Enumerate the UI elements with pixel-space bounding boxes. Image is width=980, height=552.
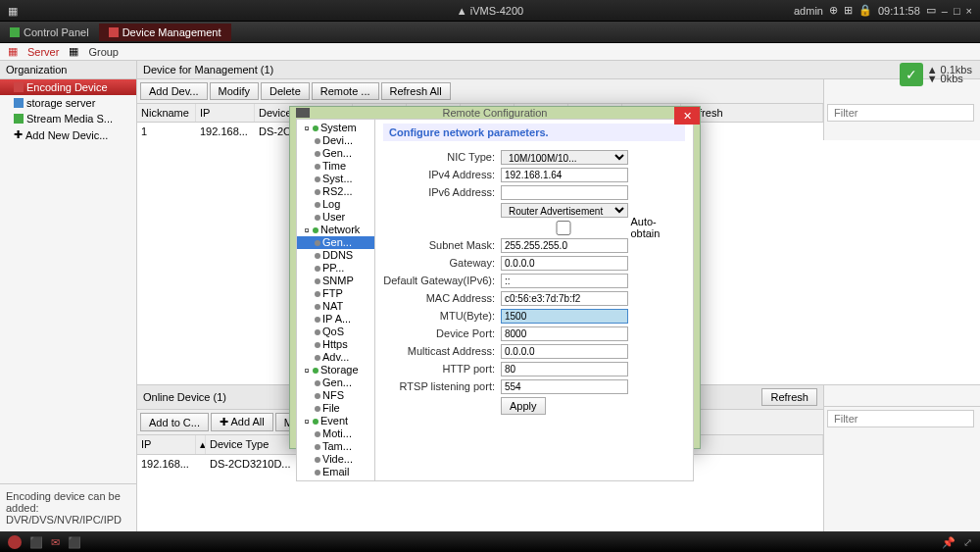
tree-sto-nfs[interactable]: NFS bbox=[297, 389, 374, 402]
add-all-button[interactable]: ✚ Add All bbox=[211, 413, 273, 431]
server-link[interactable]: Server bbox=[27, 46, 59, 58]
check-icon: ✓ bbox=[900, 63, 923, 86]
app-logo-icon: ▦ bbox=[8, 5, 20, 17]
tree-sys-rs232[interactable]: RS2... bbox=[297, 185, 374, 198]
modify-button[interactable]: Modify bbox=[210, 82, 259, 100]
tree-sys-log[interactable]: Log bbox=[297, 198, 374, 211]
tree-evt-motion[interactable]: Moti... bbox=[297, 427, 374, 440]
tree-evt-video[interactable]: Vide... bbox=[297, 453, 374, 466]
mtu-input[interactable] bbox=[501, 309, 628, 324]
bottom-bar: ⬛ ✉ ⬛ 📌 ⤢ bbox=[0, 531, 980, 552]
tree-net-ftp[interactable]: FTP bbox=[297, 287, 374, 300]
mgmt-filter-input[interactable] bbox=[827, 104, 974, 122]
online-refresh-button[interactable]: Refresh bbox=[761, 388, 817, 406]
tree-sys-general[interactable]: Gen... bbox=[297, 147, 374, 160]
mgmt-header: Device for Management (1) ✓ ▲ 0.1kbs▼ 0k… bbox=[137, 61, 980, 79]
remote-config-dialog: Remote Configuration ✕ -System Devi... G… bbox=[289, 106, 701, 449]
add-to-client-button[interactable]: Add to C... bbox=[140, 413, 209, 431]
online-filter-input[interactable] bbox=[827, 410, 974, 427]
ipv4-input[interactable] bbox=[501, 168, 628, 182]
camera-icon bbox=[296, 108, 310, 118]
plus-icon: ✚ bbox=[14, 128, 23, 141]
tree-network[interactable]: -Network bbox=[297, 224, 374, 236]
tree-net-ddns[interactable]: DDNS bbox=[297, 249, 374, 262]
tree-sys-time[interactable]: Time bbox=[297, 160, 374, 173]
tree-net-pppoe[interactable]: PP... bbox=[297, 262, 374, 275]
tree-sys-user[interactable]: User bbox=[297, 211, 374, 224]
refresh-all-button[interactable]: Refresh All bbox=[381, 82, 451, 100]
status-indicator: ✓ ▲ 0.1kbs▼ 0kbs bbox=[900, 63, 972, 86]
titlebar: ▦ ▲ iVMS-4200 admin ⊕ ⊞ 🔒 09:11:58 ▭ – □… bbox=[0, 0, 980, 22]
group-icon: ▦ bbox=[69, 45, 78, 58]
pin-icon[interactable]: 📌 bbox=[942, 536, 956, 549]
lock-icon[interactable]: 🔒 bbox=[858, 4, 872, 17]
config-tree: -System Devi... Gen... Time Syst... RS2.… bbox=[297, 120, 375, 480]
tab-bar: Control Panel Device Management bbox=[0, 22, 980, 43]
sidebar-item-stream[interactable]: Stream Media S... bbox=[0, 111, 136, 126]
status-icon-3[interactable]: ⬛ bbox=[68, 536, 81, 549]
ipv6-input[interactable] bbox=[501, 185, 628, 200]
gateway-input[interactable] bbox=[501, 256, 628, 271]
tree-evt-email[interactable]: Email bbox=[297, 466, 374, 478]
expand-icon[interactable]: ⤢ bbox=[963, 536, 972, 549]
mac-input[interactable] bbox=[501, 291, 628, 306]
subnet-mask-input[interactable] bbox=[501, 238, 628, 253]
dialog-titlebar[interactable]: Remote Configuration ✕ bbox=[290, 107, 700, 119]
tree-net-snmp[interactable]: SNMP bbox=[297, 275, 374, 287]
tree-net-https[interactable]: Https bbox=[297, 338, 374, 351]
sidebar-footer: Encoding device can be added: DVR/DVS/NV… bbox=[0, 483, 136, 531]
tree-net-ipa[interactable]: IP A... bbox=[297, 313, 374, 326]
auto-obtain-checkbox[interactable] bbox=[501, 221, 626, 235]
sidebar-item-storage[interactable]: storage server bbox=[0, 95, 136, 111]
tree-net-nat[interactable]: NAT bbox=[297, 300, 374, 313]
tab-control-panel[interactable]: Control Panel bbox=[0, 24, 99, 41]
group-link[interactable]: Group bbox=[88, 46, 119, 58]
gateway6-input[interactable] bbox=[501, 274, 628, 288]
user-label: admin bbox=[794, 5, 823, 17]
tree-sys-syst[interactable]: Syst... bbox=[297, 173, 374, 185]
mgmt-buttons: Add Dev... Modify Delete Remote ... Refr… bbox=[137, 79, 823, 104]
nic-type-select[interactable]: 10M/100M/10... bbox=[501, 150, 628, 165]
status-icon-2[interactable]: ✉ bbox=[51, 536, 60, 549]
grid-icon bbox=[10, 27, 20, 37]
http-port-input[interactable] bbox=[501, 362, 628, 376]
cube-icon bbox=[14, 114, 24, 124]
dialog-close-button[interactable]: ✕ bbox=[674, 107, 700, 125]
sidebar-item-add[interactable]: ✚Add New Devic... bbox=[0, 126, 136, 143]
tree-system[interactable]: -System bbox=[297, 122, 374, 134]
tree-net-qos[interactable]: QoS bbox=[297, 326, 374, 338]
add-device-button[interactable]: Add Dev... bbox=[140, 82, 208, 100]
tab-device-management[interactable]: Device Management bbox=[99, 24, 231, 41]
dialog-body: -System Devi... Gen... Time Syst... RS2.… bbox=[296, 119, 694, 481]
sidebar: Organization Encoding Device storage ser… bbox=[0, 61, 137, 531]
device-port-input[interactable] bbox=[501, 326, 628, 341]
config-form: Configure network parameters. NIC Type:1… bbox=[375, 120, 693, 480]
delete-button[interactable]: Delete bbox=[261, 82, 310, 100]
multicast-input[interactable] bbox=[501, 344, 628, 359]
alarm-icon[interactable] bbox=[8, 535, 22, 549]
minimize-icon[interactable]: ▭ bbox=[926, 4, 936, 17]
window-min-icon[interactable]: – bbox=[942, 5, 948, 17]
status-icon-1[interactable]: ⬛ bbox=[29, 536, 43, 549]
mgmt-right-pane bbox=[823, 79, 980, 140]
cube-icon bbox=[14, 98, 24, 108]
tree-sys-device[interactable]: Devi... bbox=[297, 134, 374, 147]
rtsp-port-input[interactable] bbox=[501, 379, 628, 394]
tree-sto-gen[interactable]: Gen... bbox=[297, 376, 374, 389]
window-close-icon[interactable]: × bbox=[966, 5, 972, 17]
window-max-icon[interactable]: □ bbox=[954, 5, 960, 17]
toolbar-icon-2[interactable]: ⊞ bbox=[844, 4, 853, 17]
tree-sto-file[interactable]: File bbox=[297, 402, 374, 415]
tree-net-adv[interactable]: Adv... bbox=[297, 351, 374, 364]
toolbar-icon-1[interactable]: ⊕ bbox=[829, 4, 838, 17]
tree-net-general[interactable]: Gen... bbox=[297, 236, 374, 249]
app-title: iVMS-4200 bbox=[470, 5, 523, 17]
tree-evt-tamper[interactable]: Tam... bbox=[297, 440, 374, 453]
tree-storage[interactable]: -Storage bbox=[297, 364, 374, 376]
tree-event[interactable]: -Event bbox=[297, 415, 374, 427]
form-header: Configure network parameters. bbox=[383, 124, 685, 141]
org-tree: Encoding Device storage server Stream Me… bbox=[0, 79, 136, 483]
sidebar-item-encoding[interactable]: Encoding Device bbox=[0, 79, 136, 95]
apply-button[interactable]: Apply bbox=[501, 397, 546, 415]
remote-button[interactable]: Remote ... bbox=[312, 82, 379, 100]
